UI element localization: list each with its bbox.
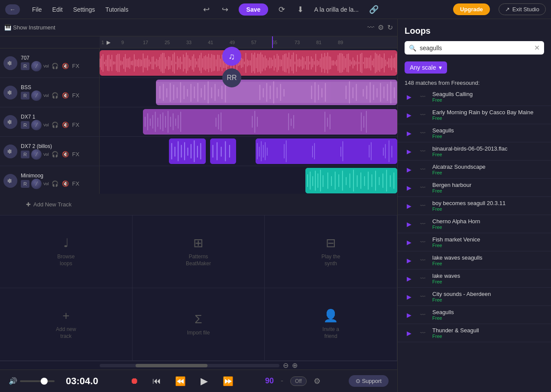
- scale-dropdown[interactable]: Any scale ▾: [405, 61, 447, 74]
- loop-play-button[interactable]: ▶: [405, 166, 413, 173]
- timeline-gear-btn[interactable]: ⚙: [378, 23, 384, 32]
- loop-play-button[interactable]: ▶: [405, 93, 413, 100]
- mute-btn-707[interactable]: 🔇: [61, 62, 70, 70]
- list-item[interactable]: ▶ 〰 lake waves Free: [398, 270, 551, 288]
- invite-friend-cell[interactable]: 👤 Invite afriend: [265, 288, 397, 361]
- nav-tutorials[interactable]: Tutorials: [105, 6, 128, 13]
- headphone-btn-dx71[interactable]: 🎧: [51, 121, 59, 129]
- track-content-dx71[interactable]: [100, 107, 397, 136]
- add-new-track-cell[interactable]: + Add newtrack: [0, 288, 133, 361]
- list-item[interactable]: ▶ 〰 Fish market Venice Free: [398, 233, 551, 251]
- list-item[interactable]: ▶ 〰 Early Morning Rain by Casco Bay Main…: [398, 106, 551, 124]
- list-item[interactable]: ▶ 〰 binaural-birds-06-05-2013.flac Free: [398, 142, 551, 161]
- loop-play-button[interactable]: ▶: [405, 221, 413, 228]
- nav-edit[interactable]: Edit: [52, 6, 63, 13]
- loop-play-button[interactable]: ▶: [405, 130, 413, 137]
- list-item[interactable]: ▶ 〰 Alcatraz Soundscape Free: [398, 161, 551, 179]
- collab-button[interactable]: RR: [222, 68, 241, 87]
- vol-knob-minimoog[interactable]: ╱: [31, 179, 42, 189]
- off-badge[interactable]: Off: [290, 376, 307, 386]
- headphone-btn-dx72[interactable]: 🎧: [51, 150, 59, 158]
- loop-play-button[interactable]: ▶: [405, 312, 413, 318]
- list-item[interactable]: ▶ 〰 Bergen harbour Free: [398, 179, 551, 197]
- browse-loops-cell[interactable]: ♩ Browseloops: [0, 215, 133, 288]
- vol-icon-dx71[interactable]: [3, 115, 17, 129]
- list-item[interactable]: ▶ 〰 Seagulls Free: [398, 306, 551, 324]
- headphone-btn-bss[interactable]: 🎧: [51, 91, 59, 100]
- timeline-refresh-btn[interactable]: ↻: [387, 23, 393, 32]
- rewind-button[interactable]: ⏪: [172, 374, 189, 388]
- mute-btn-bss[interactable]: 🔇: [61, 91, 70, 100]
- vol-icon-707[interactable]: [3, 56, 17, 70]
- loop-play-button[interactable]: ▶: [405, 293, 413, 300]
- support-button[interactable]: ⊙ Support: [349, 375, 389, 387]
- nav-settings[interactable]: Settings: [73, 6, 95, 13]
- vol-knob-dx72[interactable]: ╱: [31, 149, 42, 160]
- track-content-bss[interactable]: [100, 78, 397, 107]
- loop-play-button[interactable]: ▶: [405, 112, 413, 119]
- search-clear-button[interactable]: ✕: [534, 44, 540, 52]
- search-input[interactable]: [420, 45, 531, 51]
- track-content-707[interactable]: [100, 48, 397, 77]
- loop-button[interactable]: ⟳: [277, 3, 287, 16]
- track-content-minimoog[interactable]: [100, 166, 397, 194]
- add-new-track-button[interactable]: ✚ Add New Track: [26, 201, 71, 208]
- exit-studio-button[interactable]: ↗ Exit Studio: [499, 3, 546, 15]
- r-button-bss[interactable]: R: [21, 92, 29, 100]
- r-button-707[interactable]: R: [21, 62, 29, 70]
- vol-knob-bss[interactable]: ╱: [31, 90, 42, 101]
- scroll-thumb[interactable]: [136, 364, 207, 367]
- loop-play-button[interactable]: ▶: [405, 257, 413, 264]
- list-item[interactable]: ▶ 〰 boy becomes seagull 20.3.11 Free: [398, 197, 551, 215]
- mute-btn-dx72[interactable]: 🔇: [61, 150, 70, 158]
- fx-btn-dx71[interactable]: FX: [71, 121, 81, 129]
- show-instrument-button[interactable]: 🎹 Show Instrument: [4, 24, 55, 31]
- save-button[interactable]: Save: [239, 3, 269, 16]
- mute-btn-dx71[interactable]: 🔇: [61, 121, 70, 129]
- list-item[interactable]: ▶ 〰 lake waves seagulls Free: [398, 251, 551, 270]
- list-item[interactable]: ▶ 〰 Seagulls Free: [398, 124, 551, 142]
- track-content-dx72[interactable]: [100, 137, 397, 166]
- vol-knob-dx71[interactable]: ╱: [31, 120, 42, 130]
- music-note-button[interactable]: ♫: [222, 47, 241, 66]
- skip-back-button[interactable]: ⏮: [149, 374, 165, 388]
- fx-btn-dx72[interactable]: FX: [71, 150, 81, 158]
- timeline-wave-btn[interactable]: 〰: [367, 24, 374, 32]
- fx-btn-minimoog[interactable]: FX: [71, 180, 81, 188]
- vol-knob-707[interactable]: ╱: [31, 61, 42, 71]
- fx-btn-bss[interactable]: FX: [71, 91, 81, 100]
- vol-icon-dx72[interactable]: [3, 145, 17, 158]
- mute-btn-minimoog[interactable]: 🔇: [61, 180, 70, 188]
- loop-play-button[interactable]: ▶: [405, 184, 413, 191]
- loop-play-button[interactable]: ▶: [405, 202, 413, 209]
- fast-forward-button[interactable]: ⏩: [219, 374, 237, 388]
- r-button-dx72[interactable]: R: [21, 151, 29, 158]
- vol-icon-bss[interactable]: [3, 86, 17, 100]
- r-button-minimoog[interactable]: R: [21, 180, 29, 188]
- loop-play-button[interactable]: ▶: [405, 275, 413, 282]
- volume-slider-track[interactable]: [20, 380, 55, 382]
- redo-button[interactable]: ↪: [220, 3, 230, 16]
- upgrade-button[interactable]: Upgrade: [453, 3, 490, 15]
- record-button[interactable]: ⏺: [126, 374, 142, 388]
- headphone-btn-minimoog[interactable]: 🎧: [51, 180, 59, 188]
- vol-icon-minimoog[interactable]: [3, 174, 17, 188]
- nav-file[interactable]: File: [32, 6, 42, 13]
- r-button-dx71[interactable]: R: [21, 121, 29, 129]
- loop-play-button[interactable]: ▶: [405, 148, 413, 155]
- list-item[interactable]: ▶ 〰 Seagulls Calling Free: [398, 88, 551, 106]
- download-button[interactable]: ⬇: [295, 3, 305, 16]
- timeline-numbers[interactable]: 1 9 17 25 33 41 49 57 65 73 81 89 ▶: [100, 36, 397, 48]
- import-file-cell[interactable]: Σ Import file: [133, 288, 265, 361]
- zoom-out-button[interactable]: ⊖: [283, 361, 288, 370]
- list-item[interactable]: ▶ 〰 Thunder & Seagull Free: [398, 324, 551, 342]
- headphone-btn-707[interactable]: 🎧: [51, 62, 59, 70]
- loop-play-button[interactable]: ▶: [405, 330, 413, 337]
- undo-button[interactable]: ↩: [201, 3, 211, 16]
- patterns-beatmaker-cell[interactable]: ⊞ PatternsBeatMaker: [133, 215, 265, 288]
- fx-btn-707[interactable]: FX: [71, 62, 81, 70]
- link-icon[interactable]: 🔗: [367, 3, 380, 16]
- back-button[interactable]: ←: [5, 4, 20, 15]
- loop-play-button[interactable]: ▶: [405, 239, 413, 246]
- play-synth-cell[interactable]: ⊟ Play thesynth: [265, 215, 397, 288]
